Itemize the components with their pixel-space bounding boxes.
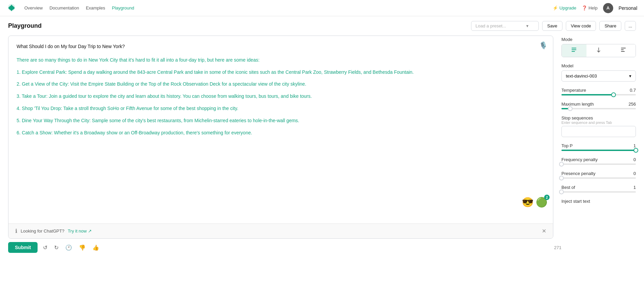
- top-p-section: Top P 1: [561, 143, 636, 151]
- svg-rect-5: [621, 51, 625, 52]
- view-code-button[interactable]: View code: [566, 21, 596, 31]
- mode-insert[interactable]: [586, 44, 611, 57]
- history-button[interactable]: 🕐: [64, 243, 73, 252]
- emoji-row: 😎 🟢 2: [522, 197, 548, 208]
- response-line-0: There are so many things to do in New Yo…: [17, 56, 545, 64]
- frequency-penalty-value: 0: [634, 157, 636, 162]
- nav-documentation[interactable]: Documentation: [49, 5, 79, 10]
- info-icon: ℹ: [15, 228, 17, 234]
- temperature-section: Temperature 0.7: [561, 88, 636, 95]
- editor-wrapper: What Should I do on My four Day Trip to …: [8, 36, 553, 239]
- presence-penalty-thumb[interactable]: [559, 176, 564, 180]
- max-length-section: Maximum length 256: [561, 102, 636, 109]
- response-line-4: 4. Shop 'Til You Drop: Take a stroll thr…: [17, 105, 545, 113]
- char-count: 271: [554, 245, 561, 250]
- max-length-slider[interactable]: [561, 108, 636, 109]
- thumbs-up-button[interactable]: 👍: [91, 243, 101, 252]
- chevron-down-icon: ▾: [629, 73, 631, 79]
- top-p-label: Top P: [561, 143, 573, 148]
- mode-complete[interactable]: [562, 44, 586, 57]
- top-p-thumb[interactable]: [634, 148, 638, 153]
- inject-section: Inject start text: [561, 199, 636, 204]
- frequency-penalty-slider[interactable]: [561, 163, 636, 165]
- thumbs-down-button[interactable]: 👎: [77, 243, 87, 252]
- best-of-section: Best of 1: [561, 185, 636, 193]
- presence-penalty-slider[interactable]: [561, 177, 636, 179]
- svg-rect-2: [572, 51, 575, 52]
- main: What Should I do on My four Day Trip to …: [0, 36, 644, 256]
- bottom-bar: Submit ↺ ↻ 🕐 👎 👍 271: [8, 239, 561, 256]
- undo-button[interactable]: ↺: [42, 243, 49, 252]
- best-of-label: Best of: [561, 185, 575, 190]
- temperature-value: 0.7: [630, 88, 636, 93]
- editor-response: There are so many things to do in New Yo…: [17, 56, 545, 137]
- help-button[interactable]: ❓ Help: [582, 5, 598, 10]
- max-length-thumb[interactable]: [568, 106, 573, 111]
- save-button[interactable]: Save: [542, 21, 562, 31]
- best-of-value: 1: [634, 185, 636, 190]
- top-p-value: 1: [634, 143, 636, 148]
- temperature-slider[interactable]: [561, 94, 636, 95]
- avatar[interactable]: A: [603, 3, 613, 13]
- top-p-fill: [561, 150, 636, 151]
- banner-close-button[interactable]: ✕: [542, 228, 546, 234]
- banner-text: Looking for ChatGPT?: [21, 228, 64, 234]
- temperature-label: Temperature: [561, 88, 586, 93]
- svg-rect-4: [621, 49, 624, 50]
- mode-buttons: [561, 44, 636, 57]
- nav-right: ⚡ Upgrade ❓ Help A Personal: [553, 3, 637, 13]
- frequency-penalty-section: Frequency penalty 0: [561, 157, 636, 165]
- top-p-slider[interactable]: [561, 150, 636, 151]
- response-line-3: 3. Take a Tour: Join a guided tour to ex…: [17, 92, 545, 101]
- external-link-icon: ↗: [88, 228, 92, 234]
- emoji-sunglasses: 😎: [522, 197, 534, 208]
- svg-rect-0: [572, 48, 576, 48]
- help-icon: ❓: [582, 5, 587, 10]
- nav-examples[interactable]: Examples: [86, 5, 105, 10]
- logo: [7, 3, 16, 13]
- nav-overview[interactable]: Overview: [24, 5, 43, 10]
- share-button[interactable]: Share: [599, 21, 621, 31]
- svg-rect-1: [572, 49, 576, 50]
- frequency-penalty-label: Frequency penalty: [561, 157, 598, 162]
- nav: Overview Documentation Examples Playgrou…: [0, 0, 644, 16]
- editor-content[interactable]: What Should I do on My four Day Trip to …: [8, 36, 553, 223]
- model-label: Model: [561, 63, 636, 68]
- try-now-link[interactable]: Try it now ↗: [68, 228, 92, 234]
- stop-sequences-hint: Enter sequence and press Tab: [561, 121, 636, 125]
- frequency-penalty-thumb[interactable]: [559, 162, 564, 167]
- presence-penalty-value: 0: [634, 171, 636, 176]
- model-section: Model text-davinci-003 ▾: [561, 63, 636, 82]
- editor-area: What Should I do on My four Day Trip to …: [8, 36, 561, 256]
- upgrade-button[interactable]: ⚡ Upgrade: [553, 5, 576, 10]
- chevron-down-icon: ▾: [526, 23, 529, 28]
- best-of-thumb[interactable]: [559, 190, 564, 194]
- bolt-icon: ⚡: [553, 5, 558, 10]
- response-line-5: 5. Dine Your Way Through the City: Sampl…: [17, 117, 545, 125]
- toolbar: Playground Load a preset... ▾ Save View …: [0, 16, 644, 36]
- mode-section: Mode: [561, 37, 636, 57]
- max-length-value: 256: [628, 102, 636, 107]
- inject-label: Inject start text: [561, 199, 636, 204]
- preset-dropdown[interactable]: Load a preset... ▾: [471, 21, 539, 31]
- editor-prompt: What Should I do on My four Day Trip to …: [17, 43, 545, 51]
- response-line-1: 1. Explore Central Park: Spend a day wal…: [17, 68, 545, 76]
- sidebar: Mode Model text-davinci-003 ▾: [561, 36, 636, 256]
- temperature-fill: [561, 94, 614, 95]
- mic-icon[interactable]: 🎙️: [539, 41, 548, 49]
- banner: ℹ Looking for ChatGPT? Try it now ↗ ✕: [8, 223, 553, 238]
- more-button[interactable]: ...: [625, 21, 636, 31]
- submit-button[interactable]: Submit: [8, 242, 38, 253]
- presence-penalty-label: Presence penalty: [561, 171, 595, 176]
- temperature-thumb[interactable]: [611, 92, 616, 97]
- best-of-slider[interactable]: [561, 191, 636, 193]
- nav-playground[interactable]: Playground: [112, 5, 134, 10]
- model-value: text-davinci-003: [566, 73, 597, 79]
- stop-sequences-section: Stop sequences Enter sequence and press …: [561, 115, 636, 137]
- mode-edit[interactable]: [611, 44, 636, 57]
- model-dropdown[interactable]: text-davinci-003 ▾: [561, 70, 636, 82]
- stop-sequences-input[interactable]: [561, 126, 636, 137]
- nav-links: Overview Documentation Examples Playgrou…: [24, 5, 134, 10]
- refresh-button[interactable]: ↻: [53, 243, 60, 252]
- stop-sequences-label: Stop sequences: [561, 115, 636, 121]
